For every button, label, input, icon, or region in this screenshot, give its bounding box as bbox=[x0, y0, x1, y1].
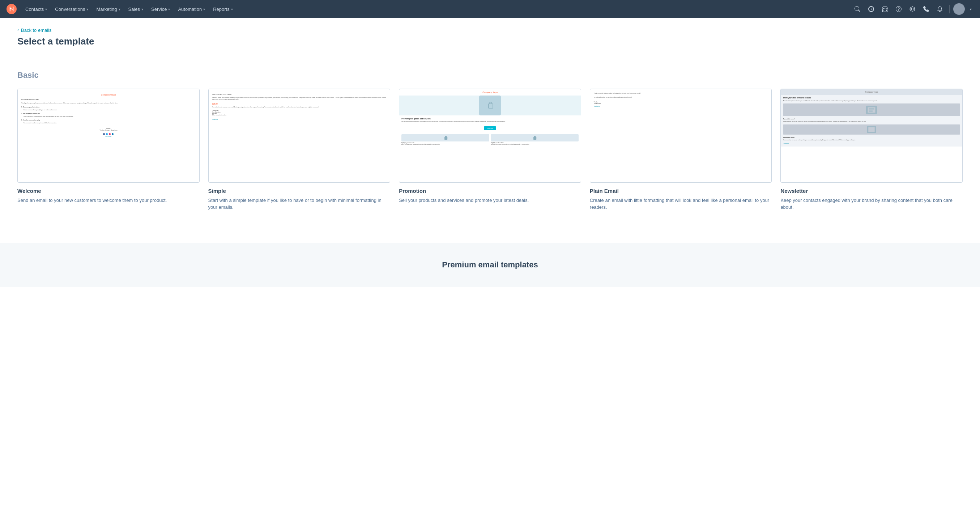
template-name-promotion: Promotion bbox=[399, 188, 581, 194]
automation-chevron-icon: ▾ bbox=[203, 7, 205, 11]
template-name-welcome: Welcome bbox=[18, 188, 200, 194]
page-title: Select a template bbox=[18, 36, 963, 47]
template-desc-promotion: Sell your products and services and prom… bbox=[399, 197, 581, 204]
page-container: ‹ Back to emails Select a template Basic… bbox=[0, 18, 980, 287]
template-desc-welcome: Send an email to your new customers to w… bbox=[18, 197, 200, 204]
content-area: Basic Company logo Hi CONTACT FIRSTNAME,… bbox=[0, 56, 980, 243]
template-card-newsletter[interactable]: Company logo Share your latest news and … bbox=[780, 89, 963, 211]
template-preview-newsletter: Company logo Share your latest news and … bbox=[780, 89, 963, 183]
template-card-simple[interactable]: Hello CONTACT FIRSTNAME, Plain text emai… bbox=[208, 89, 391, 211]
sales-chevron-icon: ▾ bbox=[142, 7, 143, 11]
notifications-icon[interactable] bbox=[934, 3, 946, 15]
reports-chevron-icon: ▾ bbox=[231, 7, 233, 11]
conversations-chevron-icon: ▾ bbox=[86, 7, 88, 11]
nav-reports[interactable]: Reports ▾ bbox=[209, 4, 237, 14]
template-card-welcome[interactable]: Company logo Hi CONTACT FIRSTNAME, Thank… bbox=[18, 89, 200, 211]
template-card-promotion[interactable]: Company logo Promote your goods and serv… bbox=[399, 89, 581, 211]
search-icon[interactable] bbox=[852, 3, 863, 15]
nav-contacts[interactable]: Contacts ▾ bbox=[22, 4, 51, 14]
template-preview-plain-email: Thanks so much for joining our mailing l… bbox=[590, 89, 772, 183]
nav-service[interactable]: Service ▾ bbox=[148, 4, 173, 14]
marketplace-icon[interactable] bbox=[879, 3, 891, 15]
nav-marketing[interactable]: Marketing ▾ bbox=[92, 4, 124, 14]
settings-icon[interactable] bbox=[907, 3, 918, 15]
nav-conversations[interactable]: Conversations ▾ bbox=[51, 4, 92, 14]
template-name-simple: Simple bbox=[208, 188, 391, 194]
template-preview-promotion: Company logo Promote your goods and serv… bbox=[399, 89, 581, 183]
nav-sales[interactable]: Sales ▾ bbox=[125, 4, 147, 14]
breadcrumb-area: ‹ Back to emails bbox=[0, 18, 980, 33]
hubspot-logo[interactable] bbox=[6, 3, 18, 15]
template-desc-plain-email: Create an email with little formatting t… bbox=[590, 197, 772, 211]
upgrade-icon[interactable] bbox=[865, 3, 877, 15]
template-name-plain-email: Plain Email bbox=[590, 188, 772, 194]
navbar: Contacts ▾ Conversations ▾ Marketing ▾ S… bbox=[0, 0, 980, 18]
back-chevron-icon: ‹ bbox=[18, 27, 19, 33]
back-to-emails-link[interactable]: ‹ Back to emails bbox=[18, 27, 52, 33]
template-preview-welcome: Company logo Hi CONTACT FIRSTNAME, Thank… bbox=[18, 89, 200, 183]
nav-divider bbox=[949, 5, 950, 13]
nav-items: Contacts ▾ Conversations ▾ Marketing ▾ S… bbox=[22, 4, 852, 14]
page-title-area: Select a template bbox=[0, 33, 980, 56]
phone-icon[interactable] bbox=[920, 3, 932, 15]
templates-grid: Company logo Hi CONTACT FIRSTNAME, Thank… bbox=[18, 89, 963, 211]
basic-section-label: Basic bbox=[18, 70, 963, 80]
template-card-plain-email[interactable]: Thanks so much for joining our mailing l… bbox=[590, 89, 772, 211]
premium-title: Premium email templates bbox=[18, 260, 963, 269]
premium-section: Premium email templates bbox=[0, 243, 980, 287]
help-icon[interactable] bbox=[893, 3, 904, 15]
contacts-chevron-icon: ▾ bbox=[45, 7, 47, 11]
template-preview-simple: Hello CONTACT FIRSTNAME, Plain text emai… bbox=[208, 89, 391, 183]
back-label: Back to emails bbox=[21, 27, 52, 33]
service-chevron-icon: ▾ bbox=[168, 7, 170, 11]
nav-right: ▾ bbox=[852, 3, 974, 15]
template-name-newsletter: Newsletter bbox=[780, 188, 963, 194]
avatar[interactable] bbox=[953, 3, 965, 15]
marketing-chevron-icon: ▾ bbox=[119, 7, 121, 11]
nav-automation[interactable]: Automation ▾ bbox=[174, 4, 208, 14]
user-dropdown-chevron-icon[interactable]: ▾ bbox=[967, 3, 974, 15]
template-desc-simple: Start with a simple template if you like… bbox=[208, 197, 391, 211]
template-desc-newsletter: Keep your contacts engaged with your bra… bbox=[780, 197, 963, 211]
